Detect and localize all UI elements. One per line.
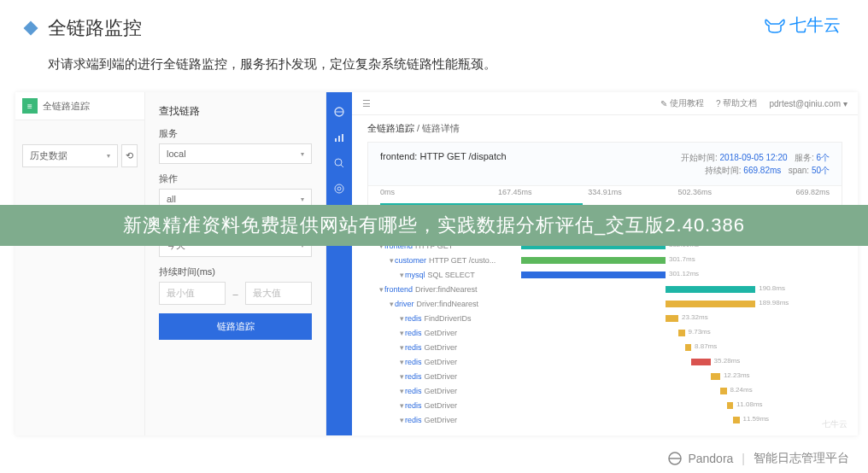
trace-icon: ≡ bbox=[22, 98, 38, 114]
chevron-down-icon: ▾ bbox=[301, 150, 304, 158]
span-row[interactable]: ▾ frontend Driver:findNearest190.8ms bbox=[367, 283, 842, 296]
span-row[interactable]: ▾ redis GetDriver11.08ms bbox=[367, 399, 842, 412]
rail-header: ≡ 全链路追踪 bbox=[15, 92, 144, 120]
slide-title: 全链路监控 bbox=[48, 15, 142, 41]
toggle-icon[interactable]: ▾ bbox=[398, 416, 405, 424]
slide-description: 对请求端到端的进行全链路监控，服务拓扑发现，定位复杂系统链路性能瓶颈。 bbox=[0, 46, 868, 83]
toggle-icon[interactable]: ▾ bbox=[398, 343, 405, 352]
bullet-diamond bbox=[24, 21, 38, 36]
toggle-icon[interactable]: ▾ bbox=[398, 358, 405, 366]
pandora-icon bbox=[667, 451, 683, 466]
trace-meta: 开始时间: 2018-09-05 12:20 服务: 6个 持续时间: 669.… bbox=[681, 151, 830, 177]
toggle-icon[interactable]: ▾ bbox=[398, 314, 405, 323]
operation-label: 操作 bbox=[159, 172, 312, 185]
svg-point-4 bbox=[335, 159, 342, 166]
toggle-icon[interactable]: ▾ bbox=[398, 401, 405, 410]
help-link[interactable]: ? 帮助文档 bbox=[716, 97, 758, 109]
user-menu[interactable]: pdrtest@qiniu.com ▾ bbox=[769, 97, 847, 109]
chevron-down-icon: ▾ bbox=[107, 152, 110, 160]
toggle-icon[interactable]: ▾ bbox=[388, 256, 395, 265]
span-row[interactable]: ▾ driver Driver:findNearest189.98ms bbox=[367, 297, 842, 311]
nav-search-icon[interactable] bbox=[333, 157, 345, 169]
span-row[interactable]: ▾ mysql SQL SELECT301.12ms bbox=[367, 268, 842, 282]
duration-min-input[interactable]: 最小值 bbox=[159, 282, 226, 305]
dash-separator: – bbox=[226, 289, 244, 299]
crumb-current: 链路详情 bbox=[422, 123, 460, 133]
qiniu-logo: 七牛云 bbox=[764, 14, 841, 37]
time-ruler: 0ms167.45ms334.91ms502.36ms669.82ms bbox=[368, 185, 842, 201]
service-select[interactable]: local▾ bbox=[159, 143, 312, 164]
search-panel: 查找链路 服务 local▾ 操作 all▾ 时间范围 今天▾ 持续时间(ms)… bbox=[145, 92, 326, 435]
crumb-root[interactable]: 全链路追踪 bbox=[367, 123, 414, 133]
nav-bar-icon[interactable] bbox=[333, 131, 345, 143]
span-row[interactable]: ▾ redis GetDriver8.87ms bbox=[367, 341, 842, 354]
span-row[interactable]: ▾ customer HTTP GET /custo...301.7ms bbox=[367, 254, 842, 267]
qiniu-text: 七牛云 bbox=[789, 14, 841, 37]
svg-point-6 bbox=[337, 187, 341, 190]
search-title: 查找链路 bbox=[159, 101, 312, 127]
duration-max-input[interactable]: 最大值 bbox=[245, 282, 312, 305]
span-tree: ▾ frontend HTTP GET: /customer302.76ms▾ … bbox=[367, 225, 842, 435]
top-bar: ☰ ✎ 使用教程 ? 帮助文档 pdrtest@qiniu.com ▾ bbox=[352, 92, 858, 115]
footer-tag: 智能日志管理平台 bbox=[754, 451, 849, 466]
span-row[interactable]: ▾ redis GetDriver11.59ms bbox=[367, 413, 842, 427]
toggle-icon[interactable]: ▾ bbox=[388, 300, 395, 308]
span-row[interactable]: ▾ redis GetDriver12.23ms bbox=[367, 370, 842, 383]
toggle-icon[interactable]: ▾ bbox=[398, 329, 405, 337]
svg-rect-3 bbox=[342, 134, 343, 142]
app-screenshot: ≡ 全链路追踪 历史数据 ▾ ⟲ 查找链路 服务 local▾ 操作 all▾ … bbox=[15, 92, 858, 435]
breadcrumb: 全链路追踪 / 链路详情 bbox=[352, 115, 858, 142]
span-row[interactable]: ▾ redis FindDriverIDs23.32ms bbox=[367, 312, 842, 325]
footer-divider: | bbox=[742, 452, 745, 465]
tutorial-link[interactable]: ✎ 使用教程 bbox=[660, 97, 704, 109]
main-content: ☰ ✎ 使用教程 ? 帮助文档 pdrtest@qiniu.com ▾ 全链路追… bbox=[352, 92, 858, 435]
service-label: 服务 bbox=[159, 127, 312, 140]
history-refresh[interactable]: ⟲ bbox=[121, 144, 138, 167]
duration-label: 持续时间(ms) bbox=[159, 266, 312, 278]
footer-brand: Pandora bbox=[688, 452, 733, 465]
rail-title: 全链路追踪 bbox=[43, 100, 90, 113]
svg-rect-1 bbox=[335, 138, 337, 142]
span-row[interactable]: ▾ redis GetDriver8.24ms bbox=[367, 384, 842, 398]
hamburger-icon[interactable]: ☰ bbox=[362, 98, 371, 109]
toggle-icon[interactable]: ▾ bbox=[398, 271, 405, 279]
svg-rect-2 bbox=[338, 136, 340, 142]
toggle-icon[interactable]: ▾ bbox=[378, 285, 384, 294]
nav-home-icon[interactable] bbox=[333, 106, 345, 118]
vertical-nav bbox=[326, 92, 352, 435]
history-select[interactable]: 历史数据 ▾ bbox=[22, 144, 118, 167]
overlay-banner: 新澳精准资料免费提供网站有哪些，实践数据分析评估_交互版2.40.386 bbox=[0, 205, 868, 246]
toggle-icon[interactable]: ▾ bbox=[398, 387, 405, 395]
toggle-icon[interactable]: ▾ bbox=[398, 372, 405, 381]
chevron-down-icon: ▾ bbox=[301, 196, 304, 203]
left-rail: ≡ 全链路追踪 历史数据 ▾ ⟲ bbox=[15, 92, 145, 435]
slide-footer: Pandora | 智能日志管理平台 bbox=[667, 451, 849, 466]
trace-title: frontend: HTTP GET /dispatch bbox=[380, 151, 507, 177]
span-row[interactable]: ▾ redis GetDriver35.28ms bbox=[367, 355, 842, 369]
history-select-label: 历史数据 bbox=[30, 149, 67, 162]
refresh-icon: ⟲ bbox=[126, 150, 133, 161]
search-button[interactable]: 链路追踪 bbox=[159, 313, 312, 340]
svg-point-5 bbox=[335, 184, 343, 193]
nav-ring-icon[interactable] bbox=[333, 183, 345, 195]
span-row[interactable]: ▾ redis GetDriver9.73ms bbox=[367, 326, 842, 340]
